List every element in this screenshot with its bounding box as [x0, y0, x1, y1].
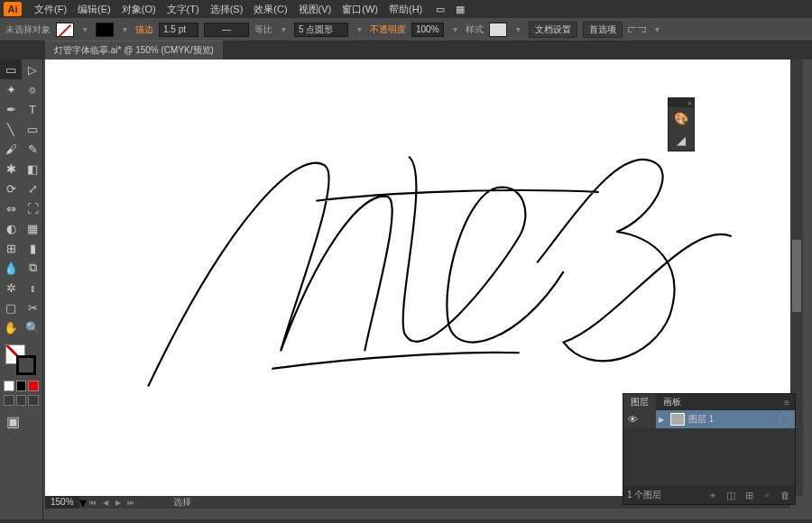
eyedropper-tool[interactable]: 💧: [0, 258, 22, 278]
prev-artboard-icon[interactable]: ◀: [100, 497, 111, 508]
graph-tool[interactable]: ⫾: [22, 278, 43, 298]
layout-icon[interactable]: ▭: [433, 3, 448, 15]
menu-effect[interactable]: 效果(C): [248, 3, 292, 16]
rectangle-tool[interactable]: ▭: [22, 119, 43, 139]
direct-selection-tool[interactable]: ▷: [22, 60, 43, 79]
mesh-tool[interactable]: ⊞: [0, 238, 22, 258]
width-tool[interactable]: ⇔: [0, 198, 22, 218]
document-setup-button[interactable]: 文档设置: [529, 22, 577, 38]
layers-empty-area: [623, 428, 795, 486]
hand-tool[interactable]: ✋: [0, 317, 22, 337]
stroke-swatch[interactable]: [96, 23, 114, 37]
visibility-icon[interactable]: 👁: [623, 410, 641, 428]
arrange-icon[interactable]: ▦: [453, 3, 467, 15]
symbol-sprayer-tool[interactable]: ✲: [0, 278, 22, 298]
blend-tool[interactable]: ⧉: [22, 258, 43, 278]
perspective-tool[interactable]: ▦: [22, 218, 43, 238]
locate-layer-icon[interactable]: ⌖: [706, 490, 719, 501]
new-sublayer-icon[interactable]: ⊞: [743, 490, 755, 501]
disclosure-icon[interactable]: ▶: [656, 416, 667, 424]
brushes-panel-icon[interactable]: ◢: [669, 129, 694, 151]
eraser-tool[interactable]: ◧: [22, 159, 43, 179]
opacity-label[interactable]: 不透明度: [370, 23, 406, 36]
menu-select[interactable]: 选择(S): [205, 3, 249, 16]
pen-tool[interactable]: ✒: [0, 99, 22, 119]
style-dd[interactable]: ▾: [512, 24, 523, 34]
first-artboard-icon[interactable]: ⏮: [88, 497, 98, 508]
panel-menu-icon[interactable]: ≡: [779, 398, 795, 408]
draw-normal[interactable]: [4, 395, 14, 406]
zoom-tool[interactable]: 🔍: [22, 317, 43, 337]
draw-behind[interactable]: [16, 395, 27, 406]
lock-column[interactable]: [641, 410, 656, 428]
stroke-weight-input[interactable]: [159, 23, 198, 37]
shape-builder-tool[interactable]: ◐: [0, 218, 22, 238]
swatch-white[interactable]: [4, 381, 14, 391]
swatch-black[interactable]: [16, 381, 27, 391]
menu-file[interactable]: 文件(F): [29, 3, 72, 16]
artboards-tab[interactable]: 画板: [656, 394, 688, 410]
clip-mask-icon[interactable]: ◫: [724, 490, 737, 501]
rotate-tool[interactable]: ⟳: [0, 179, 22, 198]
menu-view[interactable]: 视图(V): [293, 3, 337, 16]
dash-profile[interactable]: —: [204, 23, 249, 37]
blob-brush-tool[interactable]: ✱: [0, 159, 22, 179]
selection-label: 选择: [173, 496, 191, 509]
align-dd[interactable]: ▾: [651, 24, 662, 34]
fill-swatch[interactable]: [56, 23, 74, 37]
slice-tool[interactable]: ✂: [22, 298, 43, 317]
layer-count: 1 个图层: [627, 489, 701, 501]
menu-object[interactable]: 对象(O): [116, 3, 161, 16]
layer-row[interactable]: 👁 ▶ 图层 1: [623, 410, 795, 428]
status-bar: [0, 519, 812, 523]
dash-label: 等比: [254, 23, 272, 36]
artboard-tool[interactable]: ▢: [0, 298, 22, 317]
selection-tool[interactable]: ▭: [0, 60, 22, 79]
selection-status: 未选择对象: [5, 23, 51, 36]
menu-edit[interactable]: 编辑(E): [72, 3, 116, 16]
free-transform-tool[interactable]: ⛶: [22, 198, 43, 218]
type-tool[interactable]: T: [22, 99, 43, 119]
line-tool[interactable]: ╲: [0, 119, 22, 139]
floating-panel[interactable]: × 🎨 ◢: [668, 97, 695, 151]
align-icon[interactable]: ⫍⫎: [628, 24, 646, 34]
style-swatch[interactable]: [489, 23, 507, 37]
stroke-box[interactable]: [16, 355, 36, 375]
opacity-dd[interactable]: ▾: [449, 24, 460, 34]
brush-dd[interactable]: ▾: [354, 24, 364, 34]
zoom-level[interactable]: 150%: [45, 496, 79, 509]
delete-layer-icon[interactable]: 🗑: [779, 490, 791, 500]
layers-tab[interactable]: 图层: [623, 394, 656, 410]
draw-inside[interactable]: [28, 395, 39, 406]
dash-dd[interactable]: ▾: [278, 24, 289, 34]
next-artboard-icon[interactable]: ▶: [113, 497, 124, 508]
preferences-button[interactable]: 首选项: [583, 22, 623, 38]
menu-type[interactable]: 文字(T): [161, 3, 205, 16]
v-scroll-thumb[interactable]: [792, 240, 801, 312]
magic-wand-tool[interactable]: ✦: [0, 79, 22, 99]
lasso-tool[interactable]: ⌾: [22, 79, 43, 99]
swatch-none[interactable]: [28, 381, 39, 391]
menu-window[interactable]: 窗口(W): [337, 3, 383, 16]
fill-dropdown-icon[interactable]: ▾: [79, 24, 90, 34]
color-panel-icon[interactable]: 🎨: [669, 107, 694, 129]
zoom-dd[interactable]: ▾: [79, 494, 87, 511]
layer-name[interactable]: 图层 1: [688, 413, 779, 426]
opacity-input[interactable]: [411, 23, 444, 37]
new-layer-icon[interactable]: ▫: [761, 490, 773, 500]
screen-mode-button[interactable]: ▣: [2, 411, 23, 431]
panel-close-icon[interactable]: ×: [669, 98, 694, 107]
target-icon[interactable]: [779, 413, 791, 426]
scale-tool[interactable]: ⤢: [22, 179, 43, 198]
menu-help[interactable]: 帮助(H): [383, 3, 428, 16]
stroke-label[interactable]: 描边: [135, 23, 153, 36]
document-tab[interactable]: 灯管字体临摹.ai* @ 150% (CMYK/预览): [45, 41, 223, 60]
stroke-dropdown-icon[interactable]: ▾: [119, 24, 130, 34]
last-artboard-icon[interactable]: ⏭: [125, 497, 136, 508]
gradient-tool[interactable]: ▮: [22, 238, 43, 258]
paintbrush-tool[interactable]: 🖌: [0, 139, 22, 159]
brush-input[interactable]: [294, 23, 348, 37]
pencil-tool[interactable]: ✎: [22, 139, 43, 159]
fill-stroke-control[interactable]: [0, 343, 42, 379]
control-bar: 未选择对象 ▾ ▾ 描边 — 等比▾ ▾ 不透明度 ▾ 样式 ▾ 文档设置 首选…: [0, 18, 812, 41]
